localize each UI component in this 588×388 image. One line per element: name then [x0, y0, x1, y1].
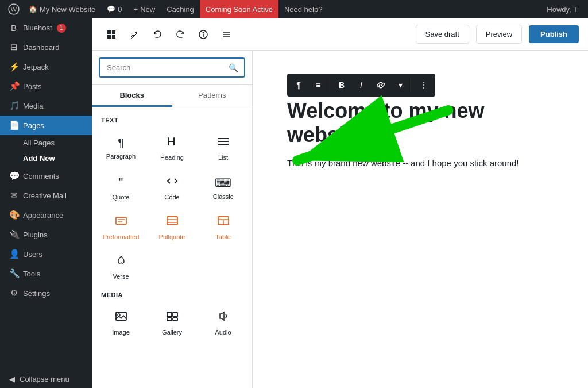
toolbar-divider-1	[330, 78, 330, 92]
dashboard-icon: ⊟	[9, 42, 18, 52]
plugins-icon: 🔌	[9, 229, 18, 240]
media-category-label: MEDIA	[92, 287, 252, 301]
gallery-icon	[166, 310, 179, 325]
admin-bar-comments[interactable]: 💬 0	[101, 0, 127, 18]
sidebar-item-settings[interactable]: ⚙ Settings	[0, 283, 92, 303]
block-item-heading[interactable]: Heading	[148, 128, 196, 166]
search-icon: 🔍	[223, 63, 244, 72]
audio-icon	[217, 310, 230, 325]
block-item-verse[interactable]: Verse	[96, 247, 145, 285]
collapse-icon: ◀	[9, 375, 15, 383]
details-button[interactable]	[193, 24, 214, 45]
sidebar-item-plugins[interactable]: 🔌 Plugins	[0, 225, 92, 244]
add-block-button[interactable]	[101, 24, 122, 45]
sidebar-item-jetpack[interactable]: ⚡ Jetpack	[0, 57, 92, 76]
paragraph-label: Paragraph	[106, 153, 136, 160]
quote-icon: "	[119, 175, 123, 190]
undo-button[interactable]	[147, 24, 168, 45]
collapse-menu-button[interactable]: ◀ Collapse menu	[0, 370, 92, 388]
block-item-list[interactable]: List	[199, 128, 247, 166]
svg-rect-2	[107, 30, 111, 34]
redo-button[interactable]	[170, 24, 191, 45]
sidebar-item-appearance[interactable]: 🎨 Appearance	[0, 205, 92, 225]
editor-area: Save draft Preview Publish 🔍	[92, 18, 588, 388]
admin-bar-new[interactable]: + New	[128, 0, 161, 18]
block-item-quote[interactable]: " Quote	[96, 168, 145, 205]
table-icon	[217, 214, 230, 230]
admin-bar-caching[interactable]: Caching	[161, 0, 200, 18]
italic-button[interactable]: I	[352, 76, 370, 94]
block-search-area: 🔍	[92, 51, 252, 85]
sidebar-item-posts[interactable]: 📌 Posts	[0, 76, 92, 96]
svg-rect-27	[173, 312, 177, 317]
block-item-classic[interactable]: ⌨ Classic	[199, 168, 247, 205]
sidebar-item-tools[interactable]: 🔧 Tools	[0, 264, 92, 283]
gallery-label: Gallery	[162, 329, 182, 336]
svg-text:W: W	[11, 6, 17, 13]
heading-toolbar: ¶ ≡ B I ▾ ⋮	[287, 74, 435, 97]
block-item-table[interactable]: Table	[199, 208, 247, 245]
sidebar-item-media[interactable]: 🎵 Media	[0, 96, 92, 116]
tab-blocks[interactable]: Blocks	[92, 85, 172, 107]
svg-rect-3	[112, 30, 115, 34]
sidebar-item-pages[interactable]: 📄 Pages	[0, 116, 92, 135]
settings-icon: ⚙	[9, 288, 18, 298]
block-item-audio[interactable]: Audio	[199, 303, 247, 340]
admin-bar-need-help[interactable]: Need help?	[278, 0, 328, 18]
editor-content[interactable]: ¶ ≡ B I ▾ ⋮ Welcome to	[253, 51, 588, 388]
admin-bar-site-name[interactable]: 🏠 My New Website	[23, 0, 101, 18]
preview-button[interactable]: Preview	[476, 25, 522, 44]
verse-icon	[115, 254, 127, 270]
svg-rect-29	[173, 318, 177, 321]
block-item-code[interactable]: Code	[148, 168, 196, 205]
sidebar-subitem-all-pages[interactable]: All Pages	[0, 135, 92, 151]
sidebar: B Bluehost 1 ⊟ Dashboard ⚡ Jetpack 📌 Pos…	[0, 18, 92, 388]
media-icon: 🎵	[9, 101, 18, 111]
tools-icon: 🔧	[9, 268, 18, 279]
block-item-pullquote[interactable]: Pullquote	[148, 208, 196, 245]
link-button[interactable]	[372, 76, 390, 94]
sidebar-item-comments[interactable]: 💬 Comments	[0, 166, 92, 186]
pullquote-label: Pullquote	[159, 233, 185, 240]
sidebar-subitem-add-new[interactable]: Add New	[0, 151, 92, 166]
block-tabs: Blocks Patterns	[92, 85, 252, 107]
page-body[interactable]: This is my brand new website -- and I ho…	[287, 156, 554, 170]
block-panel: 🔍 Blocks Patterns TEXT	[92, 51, 253, 388]
search-input-wrap: 🔍	[99, 57, 245, 78]
save-draft-button[interactable]: Save draft	[416, 25, 469, 44]
sidebar-item-creative-mail[interactable]: ✉ Creative Mail	[0, 186, 92, 205]
bold-button[interactable]: B	[332, 76, 351, 94]
jetpack-icon: ⚡	[9, 62, 18, 72]
list-view-button[interactable]	[216, 24, 237, 45]
tools-button[interactable]	[124, 24, 145, 45]
creative-mail-icon: ✉	[9, 190, 18, 201]
wp-logo[interactable]: W	[5, 0, 23, 18]
heading-label: Heading	[160, 154, 184, 161]
search-input[interactable]	[100, 59, 223, 76]
align-button[interactable]: ≡	[309, 76, 327, 94]
preformatted-label: Preformatted	[103, 233, 140, 240]
page-heading[interactable]: Welcome to my new website!	[287, 99, 554, 147]
sidebar-item-users[interactable]: 👤 Users	[0, 244, 92, 264]
block-item-paragraph[interactable]: ¶ Paragraph	[96, 128, 145, 166]
code-icon	[166, 175, 179, 190]
image-label: Image	[112, 329, 130, 336]
audio-label: Audio	[215, 329, 231, 336]
dropdown-button[interactable]: ▾	[391, 76, 409, 94]
bluehost-badge: 1	[57, 24, 66, 33]
table-label: Table	[215, 233, 230, 240]
svg-rect-5	[112, 35, 115, 39]
block-item-image[interactable]: Image	[96, 303, 145, 340]
svg-rect-4	[107, 35, 111, 39]
block-item-preformatted[interactable]: Preformatted	[96, 208, 145, 245]
text-category-label: TEXT	[92, 112, 252, 126]
block-item-gallery[interactable]: Gallery	[148, 303, 196, 340]
sidebar-item-dashboard[interactable]: ⊟ Dashboard	[0, 37, 92, 57]
publish-button[interactable]: Publish	[529, 25, 579, 43]
more-options-button[interactable]: ⋮	[415, 76, 433, 94]
admin-bar-coming-soon[interactable]: Coming Soon Active	[200, 0, 278, 18]
paragraph-format-button[interactable]: ¶	[289, 76, 308, 94]
svg-rect-18	[167, 217, 177, 225]
tab-patterns[interactable]: Patterns	[172, 85, 253, 107]
sidebar-item-bluehost[interactable]: B Bluehost 1	[0, 18, 92, 37]
